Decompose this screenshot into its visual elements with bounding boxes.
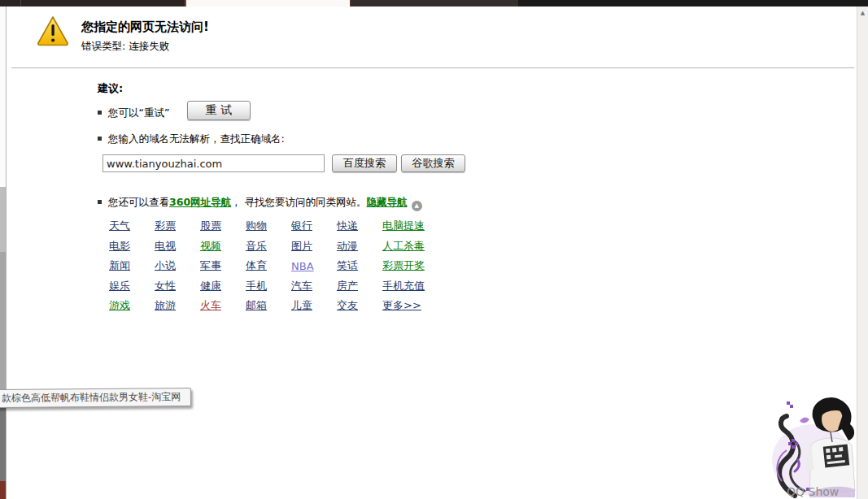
360-nav-link[interactable]: 360网址导航 [169,196,231,208]
left-edge-segment [0,7,6,187]
nav-suggestion-prefix: 您还可以查看 [108,196,169,208]
baidu-search-button[interactable]: 百度搜索 [332,154,397,172]
retry-button[interactable]: 重 试 [187,101,251,120]
browser-tabstrip-right [518,0,868,7]
nav-link[interactable]: 人工杀毒 [382,239,425,254]
error-type-text: 错误类型: 连接失败 [81,40,169,54]
nav-suggestion-middle: ， 寻找您要访问的同类网站。 [231,196,366,208]
bullet-square-icon [98,111,102,115]
nav-link[interactable]: 娱乐 [109,279,130,293]
header-divider [11,67,854,68]
nav-link[interactable]: NBA [291,260,314,272]
nav-link[interactable]: 房产 [337,279,358,293]
nav-link[interactable]: 电视 [155,239,176,254]
nav-link[interactable]: 旅游 [155,298,176,313]
error-page-title: 您指定的网页无法访问! [81,20,209,35]
nav-link[interactable]: 女性 [155,279,176,293]
left-edge-segment [0,481,6,499]
nav-link[interactable]: 快递 [337,219,358,233]
nav-link[interactable]: 小说 [155,258,176,273]
nav-link[interactable]: 动漫 [337,239,358,254]
nav-link[interactable]: 电影 [109,239,130,254]
nav-links-grid: 天气彩票股票购物银行快递电脑提速电影电视视频音乐图片动漫人工杀毒新闻小说军事体育… [109,216,467,316]
google-search-button[interactable]: 谷歌搜索 [401,154,465,172]
nav-link[interactable]: 音乐 [246,239,267,254]
left-edge-segment [0,408,6,481]
domain-suggestion-text: 您输入的域名无法解析，查找正确域名: [108,132,285,145]
qq-show-graphic[interactable]: QQ Show [762,393,857,499]
hide-nav-link[interactable]: 隐藏导航 [367,196,408,208]
domain-search-input[interactable] [103,154,325,172]
browser-active-tab-edge [186,0,350,7]
browser-tabstrip-mid [350,0,518,7]
nav-link[interactable]: 军事 [200,258,221,273]
left-edge-segment [0,187,6,252]
nav-suggestion-row: 您还可以查看360网址导航， 寻找您要访问的同类网站。隐藏导航▲ [98,196,422,211]
nav-link[interactable]: 邮箱 [246,298,267,313]
nav-link[interactable]: 汽车 [291,279,312,293]
nav-link[interactable]: 体育 [246,258,267,273]
retry-suggestion-row: 您可以“重试” [98,106,169,120]
nav-link[interactable]: 健康 [200,279,221,293]
window-left-edge [0,7,6,499]
qq-show-person [805,397,855,497]
left-edge-segment [0,252,6,408]
nav-link[interactable]: 彩票 [155,219,176,233]
nav-link[interactable]: 新闻 [109,258,130,273]
tooltip-text: 款棕色高低帮帆布鞋情侣款男女鞋-淘宝网 [2,391,181,404]
vertical-scrollbar[interactable]: ▲ [857,7,868,499]
nav-link[interactable]: 儿童 [291,298,312,313]
nav-link[interactable]: 电脑提速 [382,219,425,233]
suggestions-heading: 建议: [98,81,123,96]
bullet-square-icon [98,137,102,141]
nav-link[interactable]: 彩票开奖 [382,258,425,273]
nav-link[interactable]: 银行 [291,219,312,233]
browser-tabstrip-left [0,0,186,7]
collapse-nav-circle-icon[interactable]: ▲ [412,201,422,211]
nav-link[interactable]: 天气 [109,219,130,233]
retry-suggestion-text: 您可以“重试” [108,106,169,119]
nav-link[interactable]: 购物 [246,219,267,233]
domain-suggestion-row: 您输入的域名无法解析，查找正确域名: [98,132,285,146]
nav-link[interactable]: 火车 [200,298,221,313]
nav-link[interactable]: 游戏 [109,298,130,313]
nav-link[interactable]: 视频 [200,239,221,254]
nav-link[interactable]: 交友 [337,298,358,313]
nav-link[interactable]: 手机充值 [382,279,425,293]
bullet-square-icon [98,200,102,204]
nav-link[interactable]: 图片 [291,239,312,254]
nav-link[interactable]: 笑话 [337,258,358,273]
warning-triangle-icon [36,15,70,50]
nav-link[interactable]: 股票 [200,219,221,233]
window-left-border [6,7,7,499]
scroll-up-arrow-icon[interactable]: ▲ [857,8,868,18]
nav-link[interactable]: 更多>> [382,298,421,313]
nav-link[interactable]: 手机 [246,279,267,293]
qq-show-caption: QQ Show [787,485,839,498]
taobao-hover-tooltip: 款棕色高低帮帆布鞋情侣款男女鞋-淘宝网 [0,388,191,408]
